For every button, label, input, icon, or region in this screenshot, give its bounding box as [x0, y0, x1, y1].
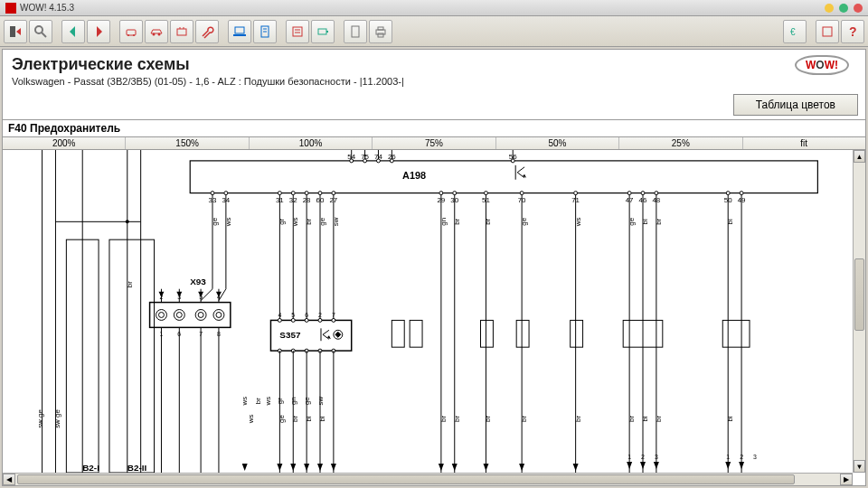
svg-rect-19: [318, 29, 326, 34]
svg-point-125: [156, 310, 167, 321]
zoom-75[interactable]: 75%: [373, 137, 495, 149]
svg-rect-188: [722, 320, 750, 347]
svg-point-130: [198, 312, 203, 317]
svg-point-170: [318, 318, 322, 322]
notes-icon[interactable]: [286, 20, 309, 43]
svg-text:sw: sw: [316, 397, 325, 406]
zoom-25[interactable]: 25%: [619, 137, 742, 149]
tool-button-2[interactable]: [29, 20, 52, 43]
svg-text:br: br: [439, 416, 448, 422]
svg-text:ws: ws: [264, 397, 272, 407]
engine-icon[interactable]: [170, 20, 193, 43]
svg-rect-183: [410, 320, 422, 347]
svg-point-44: [376, 159, 380, 163]
content-pane: Электрические схемы Volkswagen - Passat …: [2, 49, 866, 486]
svg-point-106: [126, 220, 129, 223]
svg-point-128: [176, 312, 182, 317]
svg-rect-20: [326, 31, 328, 33]
svg-rect-16: [293, 27, 302, 36]
svg-text:gr: gr: [278, 218, 286, 224]
back-button[interactable]: [61, 20, 85, 43]
zoom-fit[interactable]: fit: [743, 137, 865, 149]
diagram-viewport[interactable]: A198 54 75 74 26 56: [3, 150, 865, 485]
vertical-scrollbar[interactable]: ▲ ▼: [853, 150, 865, 473]
svg-text:6: 6: [305, 312, 308, 318]
svg-text:B2-II: B2-II: [127, 463, 147, 473]
svg-marker-233: [640, 462, 646, 469]
wrench-icon[interactable]: [195, 20, 219, 43]
component-bar[interactable]: F40 Предохранитель: [3, 119, 865, 137]
laptop-icon[interactable]: [228, 20, 251, 43]
svg-text:ws: ws: [241, 397, 249, 407]
svg-text:2: 2: [318, 312, 322, 318]
svg-text:ws: ws: [291, 217, 299, 227]
close-button[interactable]: [854, 4, 863, 13]
svg-point-167: [278, 318, 281, 322]
app-icon: [5, 3, 16, 14]
euro-icon[interactable]: €: [783, 20, 807, 43]
svg-point-95: [439, 192, 443, 195]
report-icon[interactable]: [344, 20, 367, 43]
page-subtitle: Volkswagen - Passat (3B2/3B5) (01-05) - …: [12, 76, 856, 87]
svg-point-91: [291, 192, 295, 195]
wow-logo: WOW!: [795, 55, 849, 75]
svg-rect-28: [190, 161, 817, 193]
svg-point-89: [224, 192, 228, 195]
svg-line-157: [323, 330, 329, 334]
zoom-50[interactable]: 50%: [496, 137, 619, 149]
svg-text:sw ge: sw ge: [53, 409, 61, 428]
svg-rect-184: [481, 320, 494, 347]
svg-text:ws: ws: [224, 217, 232, 227]
forward-button[interactable]: [87, 20, 110, 43]
vscroll-thumb[interactable]: [854, 258, 864, 331]
svg-text:ge: ge: [211, 217, 219, 225]
settings-icon[interactable]: [816, 20, 839, 43]
window-controls: [825, 4, 863, 13]
hscroll-thumb[interactable]: [17, 474, 795, 484]
svg-text:4: 4: [278, 312, 281, 318]
zoom-100[interactable]: 100%: [250, 137, 373, 149]
svg-rect-11: [235, 27, 244, 33]
wiring-diagram[interactable]: A198 54 75 74 26 56: [3, 150, 853, 473]
print-icon[interactable]: [369, 20, 392, 43]
horizontal-scrollbar[interactable]: ◀ ▶: [3, 473, 853, 485]
battery-icon[interactable]: [311, 20, 335, 43]
svg-point-4: [127, 34, 129, 36]
svg-text:2: 2: [740, 454, 743, 460]
scroll-up-icon[interactable]: ▲: [854, 150, 865, 163]
svg-rect-185: [516, 320, 529, 347]
car-side-icon[interactable]: [145, 20, 168, 43]
svg-point-94: [332, 192, 335, 195]
svg-text:br: br: [453, 218, 461, 224]
scroll-right-icon[interactable]: ▶: [840, 474, 853, 485]
svg-text:gn: gn: [289, 397, 297, 405]
color-table-button[interactable]: Таблица цветов: [733, 94, 858, 116]
document-icon[interactable]: [253, 20, 277, 43]
svg-point-42: [363, 159, 367, 163]
svg-line-2: [42, 33, 46, 37]
svg-point-102: [655, 192, 658, 195]
scroll-down-icon[interactable]: ▼: [854, 460, 865, 473]
minimize-button[interactable]: [825, 4, 834, 13]
svg-text:sw: sw: [332, 217, 340, 226]
scroll-left-icon[interactable]: ◀: [3, 474, 15, 485]
svg-marker-223: [483, 464, 488, 471]
maximize-button[interactable]: [839, 4, 848, 13]
exit-button[interactable]: [4, 20, 27, 43]
svg-text:br: br: [305, 218, 313, 224]
svg-text:A198: A198: [402, 170, 426, 181]
help-button[interactable]: ?: [841, 20, 864, 43]
svg-text:br: br: [627, 416, 636, 422]
zoom-150[interactable]: 150%: [126, 137, 249, 149]
svg-marker-225: [573, 464, 579, 471]
svg-point-168: [291, 318, 295, 322]
car-front-icon[interactable]: [119, 20, 143, 43]
color-button-row: Таблица цветов: [3, 92, 865, 119]
svg-text:1: 1: [627, 454, 631, 460]
svg-marker-222: [452, 464, 458, 471]
zoom-200[interactable]: 200%: [3, 137, 126, 149]
svg-rect-8: [177, 29, 186, 35]
svg-text:br: br: [254, 398, 262, 404]
svg-text:2: 2: [641, 454, 645, 460]
svg-text:ge: ge: [318, 217, 326, 225]
